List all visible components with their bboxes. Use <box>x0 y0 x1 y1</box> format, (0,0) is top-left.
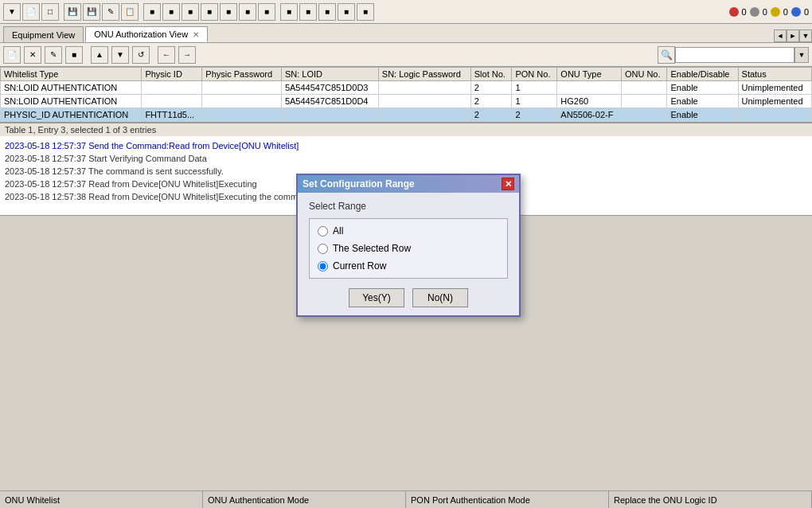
toolbar-btn-11[interactable]: ■ <box>201 3 218 21</box>
toolbar-btn-2[interactable]: 📄 <box>22 3 40 21</box>
second-toolbar: 📄 ✕ ✎ ■ ▲ ▼ ↺ ← → 🔍 ▼ <box>0 43 812 67</box>
col-sn-loid[interactable]: SN: LOID <box>281 68 378 81</box>
table-cell <box>202 108 282 122</box>
bottom-cell-1: ONU Authentication Mode <box>203 491 406 508</box>
radio-current-row[interactable]: Current Row <box>318 260 499 272</box>
toolbar-btn-10[interactable]: ■ <box>182 3 199 21</box>
data-table: Whitelist Type Physic ID Physic Password… <box>0 67 812 122</box>
dialog-close-btn[interactable]: ✕ <box>502 178 514 190</box>
table-cell <box>378 81 470 95</box>
search-box: 🔍 ▼ <box>658 46 809 64</box>
tab-nav-down[interactable]: ▼ <box>799 29 812 42</box>
toolbar-btn-16[interactable]: ■ <box>299 3 317 21</box>
dialog-yes-btn[interactable]: Yes(Y) <box>349 288 404 307</box>
status-dot-red <box>729 7 739 17</box>
table-row[interactable]: PHYSIC_ID AUTHENTICATIONFHTT11d5...22AN5… <box>1 108 812 122</box>
dialog-titlebar: Set Configuration Range ✕ <box>298 175 519 193</box>
radio-all[interactable]: All <box>318 225 499 236</box>
second-toolbar-btn-4[interactable]: ■ <box>65 46 83 64</box>
table-cell: 2 <box>470 108 512 122</box>
col-physic-password[interactable]: Physic Password <box>202 68 282 81</box>
table-cell <box>281 108 378 122</box>
toolbar-btn-13[interactable]: ■ <box>239 3 256 21</box>
radio-all-input[interactable] <box>318 226 328 236</box>
toolbar-btn-8[interactable]: ■ <box>143 3 161 21</box>
second-toolbar-btn-9[interactable]: → <box>178 46 196 64</box>
status-dot-blue <box>791 7 801 17</box>
toolbar-btn-3[interactable]: □ <box>41 3 59 21</box>
status-indicators: 0 0 0 0 <box>729 7 810 17</box>
toolbar-btn-18[interactable]: ■ <box>338 3 355 21</box>
status-count-red: 0 <box>742 7 747 17</box>
col-slot-no[interactable]: Slot No. <box>470 68 512 81</box>
table-cell: SN:LOID AUTHENTICATION <box>1 95 142 108</box>
tab-close-onu[interactable]: ✕ <box>193 30 199 39</box>
col-onu-type[interactable]: ONU Type <box>557 68 622 81</box>
second-toolbar-btn-8[interactable]: ← <box>158 46 175 64</box>
second-toolbar-btn-5[interactable]: ▲ <box>91 46 108 64</box>
bottom-cell-0: ONU Whitelist <box>0 491 203 508</box>
table-cell <box>621 95 667 108</box>
second-toolbar-btn-6[interactable]: ▼ <box>111 46 129 64</box>
table-cell: Unimplemented <box>738 95 811 108</box>
table-cell <box>142 95 202 108</box>
col-enable-disable[interactable]: Enable/Disable <box>667 68 738 81</box>
toolbar-btn-6[interactable]: ✎ <box>102 3 119 21</box>
dialog-no-btn[interactable]: No(N) <box>412 288 468 307</box>
table-cell: AN5506-02-F <box>557 108 622 122</box>
table-cell: Enable <box>667 95 738 108</box>
table-row[interactable]: SN:LOID AUTHENTICATION5A544547C851D0D421… <box>1 95 812 108</box>
table-cell <box>557 81 622 95</box>
table-cell: 5A544547C851D0D3 <box>281 81 378 95</box>
table-cell: Enable <box>667 108 738 122</box>
table-cell: PHYSIC_ID AUTHENTICATION <box>1 108 142 122</box>
col-pon-no[interactable]: PON No. <box>512 68 557 81</box>
table-row[interactable]: SN:LOID AUTHENTICATION5A544547C851D0D321… <box>1 81 812 95</box>
second-toolbar-btn-2[interactable]: ✕ <box>24 46 41 64</box>
second-toolbar-btn-7[interactable]: ↺ <box>132 46 150 64</box>
col-onu-no[interactable]: ONU No. <box>621 68 667 81</box>
tab-onu[interactable]: ONU Authorization View ✕ <box>85 26 208 42</box>
table-cell <box>738 108 811 122</box>
col-status[interactable]: Status <box>738 68 811 81</box>
col-sn-logic-password[interactable]: SN: Logic Password <box>378 68 470 81</box>
col-whitelist-type[interactable]: Whitelist Type <box>1 68 142 81</box>
table-container: Whitelist Type Physic ID Physic Password… <box>0 67 812 123</box>
col-physic-id[interactable]: Physic ID <box>142 68 202 81</box>
tab-nav-prev[interactable]: ◄ <box>774 29 787 42</box>
toolbar-btn-1[interactable]: ▼ <box>3 3 21 21</box>
toolbar-btn-7[interactable]: 📋 <box>121 3 139 21</box>
status-count-blue: 0 <box>804 7 809 17</box>
table-cell: 2 <box>470 81 512 95</box>
status-dot-gray <box>750 7 759 17</box>
table-cell: FHTT11d5... <box>142 108 202 122</box>
radio-selected-row-input[interactable] <box>318 244 328 254</box>
log-entry: 2023-05-18 12:57:37 Send the Command:Rea… <box>5 139 807 152</box>
dialog[interactable]: Set Configuration Range ✕ Select Range A… <box>296 174 521 317</box>
table-cell: 1 <box>512 81 557 95</box>
tab-nav: ◄ ► ▼ <box>774 29 812 42</box>
search-input[interactable] <box>675 47 794 63</box>
toolbar-btn-12[interactable]: ■ <box>220 3 237 21</box>
status-count-yellow: 0 <box>783 7 788 17</box>
second-toolbar-btn-3[interactable]: ✎ <box>45 46 62 64</box>
second-toolbar-btn-1[interactable]: 📄 <box>3 46 21 64</box>
toolbar-btn-14[interactable]: ■ <box>258 3 275 21</box>
radio-current-row-input[interactable] <box>318 261 328 272</box>
table-cell: 2 <box>470 95 512 108</box>
tab-equipment[interactable]: Equipment View <box>3 26 84 42</box>
table-cell <box>621 108 667 122</box>
search-dropdown-btn[interactable]: ▼ <box>794 47 809 63</box>
table-cell <box>621 81 667 95</box>
toolbar-btn-15[interactable]: ■ <box>280 3 298 21</box>
table-cell: Enable <box>667 81 738 95</box>
tab-nav-next[interactable]: ► <box>787 29 799 42</box>
toolbar-btn-17[interactable]: ■ <box>318 3 336 21</box>
top-toolbar: ▼ 📄 □ 💾 💾 ✎ 📋 ■ ■ ■ ■ ■ ■ ■ ■ ■ ■ ■ ■ 0 … <box>0 0 812 24</box>
radio-selected-row[interactable]: The Selected Row <box>318 243 499 254</box>
toolbar-btn-9[interactable]: ■ <box>162 3 180 21</box>
toolbar-btn-5[interactable]: 💾 <box>83 3 100 21</box>
search-icon[interactable]: 🔍 <box>658 46 675 64</box>
toolbar-btn-19[interactable]: ■ <box>357 3 374 21</box>
toolbar-btn-4[interactable]: 💾 <box>64 3 81 21</box>
